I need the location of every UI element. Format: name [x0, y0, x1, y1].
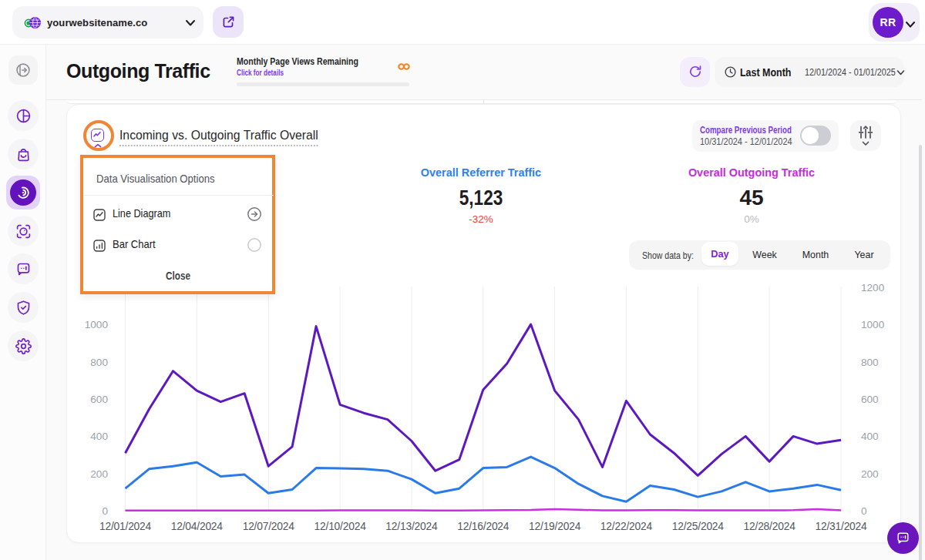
svg-text:600: 600	[90, 394, 108, 405]
svg-text:12/01/2024: 12/01/2024	[99, 521, 152, 532]
svg-text:1200: 1200	[861, 282, 885, 293]
svg-text:1000: 1000	[861, 319, 885, 330]
svg-text:0: 0	[861, 505, 867, 517]
svg-text:800: 800	[90, 357, 108, 368]
svg-text:12/13/2024: 12/13/2024	[385, 521, 438, 532]
svg-text:200: 200	[90, 468, 108, 480]
svg-text:1000: 1000	[85, 319, 109, 330]
svg-text:12/28/2024: 12/28/2024	[744, 521, 796, 532]
svg-text:400: 400	[861, 431, 879, 442]
svg-text:12/04/2024: 12/04/2024	[171, 521, 224, 532]
svg-text:12/31/2024: 12/31/2024	[815, 521, 867, 532]
svg-text:400: 400	[90, 431, 108, 442]
svg-text:12/16/2024: 12/16/2024	[457, 521, 510, 532]
svg-text:12/07/2024: 12/07/2024	[243, 521, 295, 532]
svg-text:200: 200	[861, 468, 879, 480]
svg-text:0: 0	[102, 505, 108, 517]
svg-text:12/25/2024: 12/25/2024	[672, 521, 725, 532]
svg-text:600: 600	[861, 394, 879, 405]
svg-text:12/10/2024: 12/10/2024	[314, 521, 367, 532]
svg-text:800: 800	[861, 357, 879, 368]
svg-text:12/22/2024: 12/22/2024	[600, 521, 653, 532]
svg-text:12/19/2024: 12/19/2024	[529, 521, 581, 532]
